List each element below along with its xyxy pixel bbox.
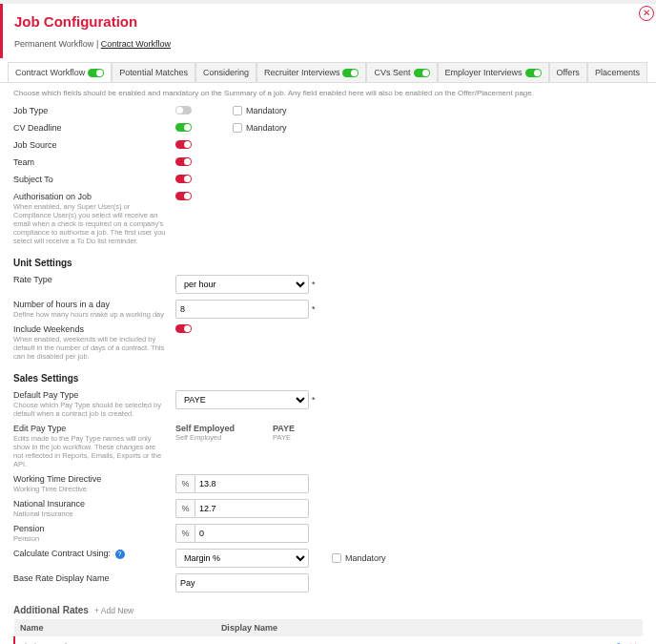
- body: Choose which fields should be enabled an…: [0, 83, 656, 644]
- page-title: Job Configuration: [14, 13, 643, 30]
- breadcrumb-contract[interactable]: Contract Workflow: [101, 39, 171, 49]
- input-pension[interactable]: [195, 524, 309, 543]
- select-default-pay[interactable]: PAYE: [175, 390, 309, 409]
- rate-display: OVRD: [215, 636, 585, 644]
- header: Job Configuration Permanent Workflow | C…: [0, 4, 656, 58]
- label-base-rate: Base Rate Display Name: [13, 573, 175, 583]
- tab-label: Recruiter Interviews: [264, 68, 340, 77]
- label-pension: Pension Pension: [13, 524, 175, 543]
- tab-label: Considering: [203, 68, 249, 77]
- label-mandatory: Mandatory: [246, 123, 287, 133]
- label-hours-day: Number of hours in a day Define how many…: [13, 300, 175, 319]
- percent-icon: %: [175, 524, 195, 543]
- tab-cvs-sent[interactable]: CVs Sent: [366, 62, 437, 82]
- toggle-cv-deadline[interactable]: [175, 123, 192, 132]
- info-icon[interactable]: ?: [115, 550, 125, 559]
- pay-type-paye[interactable]: PAYE: [273, 424, 295, 433]
- heading-sales-settings: Sales Settings: [13, 364, 643, 387]
- toggle-include-weekends[interactable]: [175, 324, 192, 333]
- checkbox-job-type-mandatory[interactable]: [233, 106, 242, 115]
- col-name: Name: [14, 619, 215, 636]
- input-hours-day[interactable]: [175, 300, 309, 319]
- select-rate-type[interactable]: per hour: [175, 275, 309, 294]
- job-config-page: ✕ Job Configuration Permanent Workflow |…: [0, 4, 656, 644]
- tab-label: Contract Workflow: [15, 68, 85, 77]
- pay-type-self-employed[interactable]: Self Employed: [175, 424, 235, 433]
- tab-toggle[interactable]: [88, 69, 104, 77]
- input-base-rate[interactable]: [175, 573, 309, 592]
- breadcrumb: Permanent Workflow | Contract Workflow: [14, 39, 643, 49]
- heading-unit-settings: Unit Settings: [13, 248, 643, 272]
- toggle-job-type[interactable]: [175, 106, 192, 114]
- sub-authorisation: When enabled, any Super User(s) or Compl…: [13, 202, 166, 245]
- tab-label: Employer Interviews: [445, 68, 523, 77]
- percent-icon: %: [175, 499, 195, 518]
- tab-placements[interactable]: Placements: [587, 62, 647, 82]
- label-job-source: Job Source: [13, 140, 175, 150]
- label-default-pay: Default Pay Type Choose which Pay Type s…: [13, 390, 175, 418]
- breadcrumb-permanent[interactable]: Permanent Workflow: [14, 39, 93, 49]
- tab-employer-interviews[interactable]: Employer Interviews: [438, 62, 549, 82]
- label-calc-using: Calculate Contract Using: ?: [13, 549, 175, 559]
- tab-toggle[interactable]: [525, 69, 542, 77]
- label-job-type: Job Type: [13, 106, 175, 115]
- tabs: Contract WorkflowPotential MatchesConsid…: [0, 62, 656, 83]
- toggle-team[interactable]: [175, 157, 192, 166]
- label-cv-deadline: CV Deadline: [13, 123, 175, 133]
- toggle-authorisation[interactable]: [175, 192, 192, 200]
- col-display: Display Name: [215, 619, 585, 636]
- input-ni[interactable]: [195, 499, 309, 518]
- label-wtd: Working Time Directive Working Time Dire…: [13, 474, 175, 493]
- tab-label: Potential Matches: [119, 68, 188, 77]
- checkbox-cv-deadline-mandatory[interactable]: [233, 123, 242, 133]
- label-subject-to: Subject To: [13, 175, 175, 184]
- add-new-rate[interactable]: Add New: [94, 606, 133, 615]
- label-include-weekends: Include Weekends When enabled, weekends …: [13, 324, 175, 361]
- label-mandatory: Mandatory: [246, 106, 287, 115]
- label-authorisation: Authorisation on Job When enabled, any S…: [13, 192, 175, 245]
- checkbox-calc-mandatory[interactable]: [332, 553, 341, 563]
- tab-label: Placements: [595, 68, 640, 77]
- tab-toggle[interactable]: [342, 69, 359, 77]
- tab-toggle[interactable]: [414, 69, 430, 77]
- label-edit-pay: Edit Pay Type Edits made to the Pay Type…: [13, 424, 175, 468]
- tab-label: Offers: [557, 68, 580, 77]
- tab-offers[interactable]: Offers: [549, 62, 587, 82]
- select-calc-using[interactable]: Margin %: [175, 549, 309, 568]
- close-icon[interactable]: ✕: [639, 6, 654, 21]
- tab-considering[interactable]: Considering: [195, 62, 256, 82]
- tab-label: CVs Sent: [374, 68, 410, 77]
- rates-table: Name Display Name ⋮⋮Overtime RateOVRD✎✕⋮…: [13, 619, 643, 644]
- input-wtd[interactable]: [195, 474, 309, 493]
- label-ni: National Insurance National Insurance: [13, 499, 175, 518]
- edit-pay-types: Self Employed Self Employed PAYE PAYE: [175, 424, 295, 442]
- percent-icon: %: [175, 474, 195, 493]
- table-row: ⋮⋮Overtime RateOVRD✎✕: [14, 636, 643, 644]
- label-team: Team: [13, 157, 175, 167]
- tab-potential-matches[interactable]: Potential Matches: [112, 62, 195, 82]
- tab-contract-workflow[interactable]: Contract Workflow: [8, 62, 112, 82]
- toggle-subject-to[interactable]: [175, 175, 192, 183]
- intro-text: Choose which fields should be enabled an…: [13, 89, 643, 97]
- toggle-job-source[interactable]: [175, 140, 192, 149]
- heading-additional-rates: Additional Rates: [13, 605, 89, 615]
- label-rate-type: Rate Type: [13, 275, 175, 284]
- tab-recruiter-interviews[interactable]: Recruiter Interviews: [256, 62, 367, 82]
